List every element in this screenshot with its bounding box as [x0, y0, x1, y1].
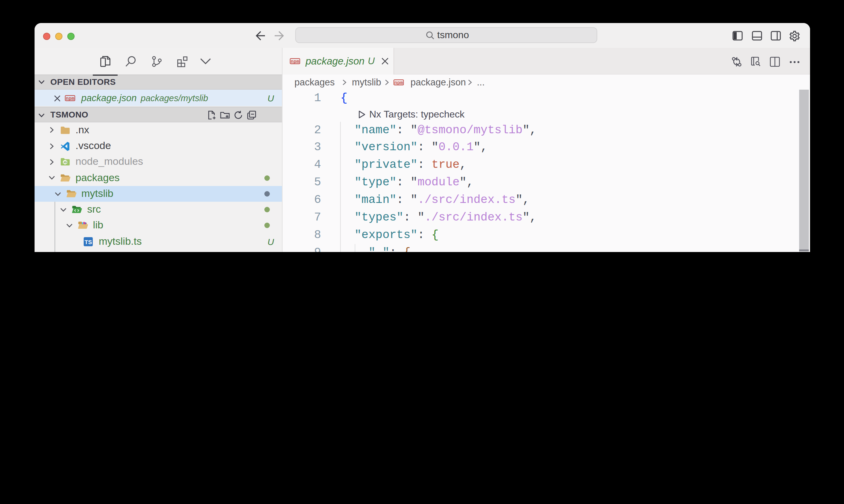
svg-text:TS: TS: [85, 239, 92, 245]
svg-text:npm: npm: [291, 59, 299, 64]
svg-text:JS: JS: [63, 161, 67, 164]
svg-text:npm: npm: [66, 96, 74, 101]
svg-text:npm: npm: [394, 80, 403, 85]
